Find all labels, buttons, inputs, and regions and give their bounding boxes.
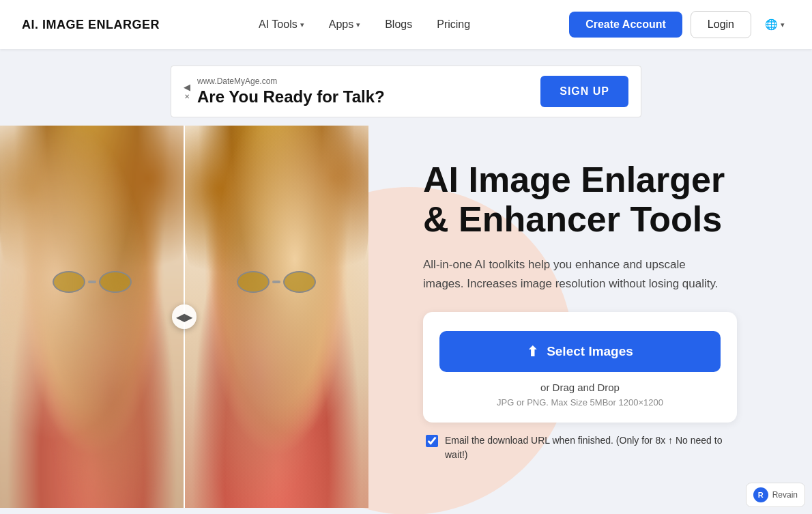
hair-right: [184, 126, 368, 336]
hair-left: [0, 126, 184, 336]
lens-bridge-r: [272, 281, 280, 283]
upload-icon: ⬆: [527, 343, 538, 360]
hero-subtitle: All-in-one AI toolkits help you enhance …: [423, 255, 723, 292]
nav-right: Create Account Login 🌐 ▾: [569, 11, 790, 38]
arrows-icon: ◀▶: [176, 311, 192, 324]
lens-left: [53, 271, 85, 293]
chevron-down-icon: ▾: [300, 20, 304, 29]
ad-signup-button[interactable]: SIGN UP: [540, 76, 628, 107]
navbar: AI. IMAGE ENLARGER AI Tools ▾ Apps ▾ Blo…: [0, 0, 812, 49]
chevron-down-icon: ▾: [781, 20, 785, 29]
revain-badge: R Revain: [746, 483, 805, 507]
revain-label: Revain: [772, 490, 798, 500]
ad-navigation-left[interactable]: ◀ ✕: [184, 83, 190, 100]
nav-item-pricing[interactable]: Pricing: [427, 13, 480, 36]
lens-left-r: [237, 271, 270, 293]
ad-close-label: ✕: [184, 93, 190, 100]
main-section: ◀▶ AI Image Enlarger& Enhancer Tools All…: [0, 126, 812, 508]
nav-item-ai-tools[interactable]: AI Tools ▾: [249, 13, 314, 36]
language-selector-button[interactable]: 🌐 ▾: [759, 14, 790, 35]
ad-banner: ◀ ✕ www.DateMyAge.com Are You Ready for …: [171, 66, 641, 117]
ad-title: Are You Ready for Talk?: [197, 87, 540, 106]
hero-content: AI Image Enlarger& Enhancer Tools All-in…: [368, 126, 812, 462]
blur-overlay: [0, 126, 184, 508]
nav-item-blogs[interactable]: Blogs: [375, 13, 422, 36]
photo-left: [0, 126, 184, 508]
brand-logo: AI. IMAGE ENLARGER: [22, 18, 160, 32]
hoodie-right: [184, 374, 368, 508]
after-image: [184, 126, 368, 508]
globe-icon: 🌐: [765, 18, 778, 31]
photo-right: [184, 126, 368, 508]
nav-label-blogs: Blogs: [385, 18, 412, 31]
image-comparison: ◀▶: [0, 126, 368, 508]
nav-label-apps: Apps: [329, 18, 353, 31]
select-images-button[interactable]: ⬆ Select Images: [439, 331, 721, 372]
create-account-button[interactable]: Create Account: [569, 12, 682, 38]
chevron-down-icon: ▾: [356, 20, 360, 29]
hero-title: AI Image Enlarger& Enhancer Tools: [423, 160, 785, 239]
email-opt-in-label: Email the download URL when finished. (O…: [445, 433, 737, 462]
lens-right: [99, 271, 132, 293]
file-type-hint: JPG or PNG. Max Size 5MBor 1200×1200: [439, 397, 721, 408]
nav-label-ai-tools: AI Tools: [259, 18, 298, 31]
nav-center: AI Tools ▾ Apps ▾ Blogs Pricing: [249, 13, 480, 36]
lens-right-r: [283, 271, 316, 293]
login-button[interactable]: Login: [691, 11, 751, 38]
comparison-handle[interactable]: ◀▶: [172, 304, 197, 329]
ad-content: www.DateMyAge.com Are You Ready for Talk…: [197, 76, 540, 106]
sunglasses-right: [237, 271, 316, 293]
sunglasses-left: [53, 271, 132, 293]
lens-bridge: [88, 281, 96, 283]
ad-url: www.DateMyAge.com: [197, 76, 540, 86]
upload-box: ⬆ Select Images or Drag and Drop JPG or …: [423, 312, 737, 423]
arrow-left-icon: ◀: [184, 83, 190, 92]
nav-label-pricing: Pricing: [437, 18, 470, 31]
nav-item-apps[interactable]: Apps ▾: [319, 13, 370, 36]
select-images-label: Select Images: [547, 344, 633, 359]
revain-logo: R: [753, 487, 768, 502]
email-opt-in-row: Email the download URL when finished. (O…: [423, 433, 737, 462]
before-image: [0, 126, 184, 508]
email-checkbox[interactable]: [426, 435, 438, 447]
drag-drop-text: or Drag and Drop: [439, 382, 721, 393]
